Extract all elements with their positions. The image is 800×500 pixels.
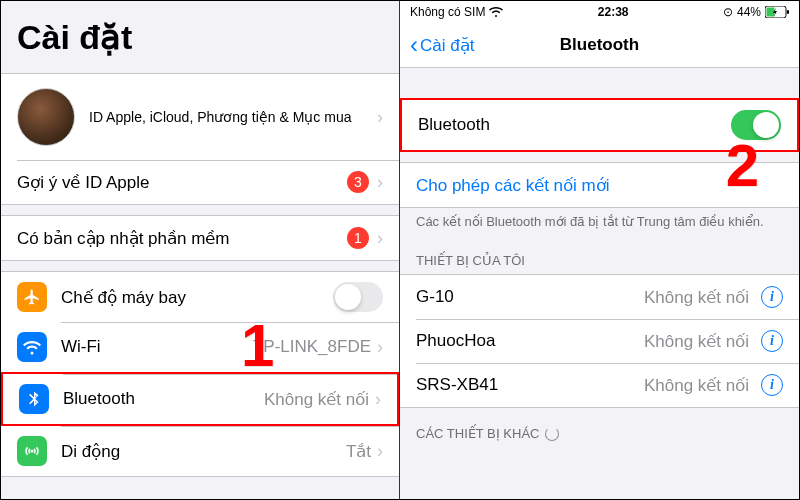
device-row[interactable]: PhuocHoa Không kết nối i [400,319,799,363]
airplane-toggle[interactable] [333,282,383,312]
device-name: SRS-XB41 [416,375,498,395]
wifi-label: Wi-Fi [61,337,101,357]
bluetooth-row[interactable]: Bluetooth Không kết nối › [1,372,399,426]
device-row[interactable]: G-10 Không kết nối i [400,275,799,319]
battery-percent: 44% [737,5,761,19]
status-bar: Không có SIM 22:38 ⊙ 44% [400,1,799,23]
bluetooth-icon [19,384,49,414]
suggestion-label: Gợi ý về ID Apple [17,172,149,193]
airplane-mode-row[interactable]: Chế độ máy bay [1,272,399,322]
device-status: Không kết nối [644,375,749,396]
bluetooth-label: Bluetooth [63,389,135,409]
other-devices-header: CÁC THIẾT BỊ KHÁC [400,408,799,447]
cellular-value: Tắt [346,441,371,462]
allow-new-label: Cho phép các kết nối mới [416,175,609,196]
chevron-right-icon: › [377,441,383,462]
page-title: Cài đặt [1,1,399,65]
apple-id-profile-row[interactable]: ID Apple, iCloud, Phương tiện & Mục mua … [1,74,399,160]
svg-rect-2 [766,8,774,17]
spinner-icon [545,427,559,441]
airplane-icon [17,282,47,312]
chevron-left-icon: ‹ [410,31,418,59]
nav-title: Bluetooth [560,35,639,55]
annotation-2: 2 [726,131,759,200]
allow-new-note: Các kết nối Bluetooth mới đã bị tắt từ T… [400,208,799,235]
device-status: Không kết nối [644,331,749,352]
apple-id-label: ID Apple, iCloud, Phương tiện & Mục mua [89,109,351,125]
device-name: PhuocHoa [416,331,495,351]
apple-id-suggestion-row[interactable]: Gợi ý về ID Apple 3 › [1,160,399,204]
airplane-label: Chế độ máy bay [61,287,186,308]
device-status: Không kết nối [644,287,749,308]
cellular-label: Di động [61,441,120,462]
update-label: Có bản cập nhật phần mềm [17,228,230,249]
status-time: 22:38 [598,5,629,19]
my-devices-header: THIẾT BỊ CỦA TÔI [400,235,799,274]
wifi-icon [17,332,47,362]
nav-bar: ‹ Cài đặt Bluetooth [400,23,799,68]
software-update-row[interactable]: Có bản cập nhật phần mềm 1 › [1,216,399,260]
chevron-right-icon: › [377,337,383,358]
device-row[interactable]: SRS-XB41 Không kết nối i [400,363,799,407]
chevron-right-icon: › [377,172,383,193]
info-icon[interactable]: i [761,330,783,352]
wifi-status-icon [489,7,503,17]
bluetooth-value: Không kết nối [264,389,369,410]
device-name: G-10 [416,287,454,307]
chevron-right-icon: › [377,228,383,249]
alarm-icon: ⊙ [723,5,733,19]
bluetooth-toggle-label: Bluetooth [418,115,490,135]
chevron-right-icon: › [375,389,381,410]
back-button[interactable]: ‹ Cài đặt [410,31,474,59]
bluetooth-detail-pane: Không có SIM 22:38 ⊙ 44% ‹ Cài đặt Bluet… [400,1,799,499]
badge-icon: 1 [347,227,369,249]
chevron-right-icon: › [377,107,383,128]
badge-icon: 3 [347,171,369,193]
back-label: Cài đặt [420,35,474,56]
settings-root-pane: Cài đặt ID Apple, iCloud, Phương tiện & … [1,1,400,499]
battery-icon [765,6,789,18]
info-icon[interactable]: i [761,286,783,308]
wifi-row[interactable]: Wi-Fi TP-LINK_8FDE › [1,322,399,372]
cellular-icon [17,436,47,466]
svg-point-0 [31,450,33,452]
cellular-row[interactable]: Di động Tắt › [1,426,399,476]
avatar [17,88,75,146]
annotation-1: 1 [241,311,274,380]
carrier-label: Không có SIM [410,5,485,19]
svg-rect-3 [787,10,789,14]
info-icon[interactable]: i [761,374,783,396]
